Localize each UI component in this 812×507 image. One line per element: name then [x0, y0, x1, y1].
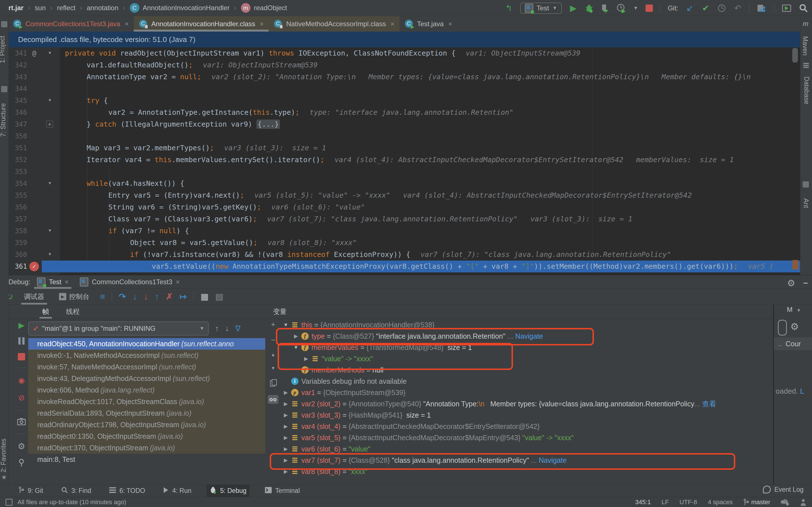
- toolwindow-button-todo[interactable]: 6: TODO: [106, 485, 148, 497]
- variable-row[interactable]: fmemberMethods = null: [281, 364, 773, 376]
- variable-row[interactable]: ▶var6 (slot_6) = "value": [281, 443, 773, 455]
- overlay-link[interactable]: L: [800, 387, 804, 395]
- mute-breakpoints-icon[interactable]: ⊘: [18, 393, 24, 403]
- method-return-values-icon[interactable]: oo: [268, 395, 278, 404]
- collapse-icon[interactable]: ▼: [291, 345, 301, 350]
- project-toolwindow-icon[interactable]: [1, 21, 7, 27]
- variable-row[interactable]: ▶pvar1 = {ObjectInputStream@539}: [281, 387, 773, 398]
- run-configuration-select[interactable]: Test ▼: [520, 3, 562, 14]
- breadcrumb-item[interactable]: CAnnotationInvocationHandler: [130, 3, 230, 13]
- variable-row[interactable]: ▶var5 (slot_5) = {AbstractInputCheckedMa…: [281, 432, 773, 443]
- code-line[interactable]: 357Class var7 = (Class)var3.get(var6);va…: [0, 213, 800, 225]
- fold-arrow-icon[interactable]: ▾: [48, 224, 52, 236]
- fold-arrow-icon[interactable]: ▾: [48, 47, 52, 59]
- resume-program-icon[interactable]: ▶: [18, 321, 24, 330]
- code-line[interactable]: 352Iterator var4 = this.memberValues.ent…: [0, 154, 800, 166]
- expand-icon[interactable]: ▶: [281, 401, 290, 407]
- variable-row[interactable]: ▶ftype = {Class@527} "interface java.lan…: [281, 331, 773, 342]
- stop-process-icon[interactable]: [18, 353, 25, 360]
- pin-icon[interactable]: [18, 459, 25, 468]
- git-branch-widget[interactable]: master: [744, 499, 770, 506]
- memory-snapshot-icon[interactable]: [17, 418, 26, 426]
- expand-icon[interactable]: ▶: [281, 423, 290, 430]
- breadcrumb-item[interactable]: reflect: [57, 4, 75, 12]
- toolwindow-button-debug[interactable]: 5: Debug: [207, 485, 249, 497]
- close-icon[interactable]: ×: [176, 278, 180, 286]
- expand-icon[interactable]: ▶: [291, 333, 301, 339]
- annotation-gutter-icon[interactable]: @: [32, 47, 36, 59]
- scrollbar-thumb[interactable]: [792, 48, 798, 63]
- close-icon[interactable]: ×: [125, 20, 129, 28]
- run-with-coverage-button[interactable]: [601, 3, 609, 13]
- stack-frame-row[interactable]: invoke:43, DelegatingMethodAccessorImpl(…: [28, 373, 265, 384]
- hide-panel-icon[interactable]: −: [803, 278, 808, 288]
- tab-console[interactable]: ▸ 控制台: [55, 289, 93, 304]
- git-commit-button[interactable]: ✔: [701, 3, 710, 13]
- tab-frames[interactable]: 帧: [40, 304, 52, 319]
- stack-frame-row[interactable]: readSerialData:1893, ObjectInputStream(j…: [28, 407, 265, 419]
- variable-row[interactable]: ▶var4 (slot_4) = {AbstractInputCheckedMa…: [281, 421, 773, 432]
- force-step-into-icon[interactable]: ↓: [144, 292, 148, 301]
- stack-frame-row[interactable]: main:8, Test: [28, 454, 265, 465]
- caret-position[interactable]: 345:1: [635, 499, 651, 506]
- toolwindow-button-run[interactable]: 4: Run: [160, 485, 194, 497]
- code-line[interactable]: 354▾while(var4.hasNext()) {: [0, 178, 800, 189]
- expand-icon[interactable]: ▶: [281, 468, 290, 474]
- restore-layout-icon[interactable]: ▤: [215, 292, 223, 301]
- variable-row[interactable]: ▶var7 (slot_7) = {Class@528} "class java…: [281, 455, 773, 466]
- remove-watch-icon[interactable]: −: [271, 336, 275, 344]
- move-up-icon[interactable]: ▲: [271, 352, 275, 357]
- expand-icon[interactable]: ▶: [281, 435, 290, 441]
- step-over-icon[interactable]: ↷: [119, 292, 126, 301]
- stack-frame-row[interactable]: readOrdinaryObject:1798, ObjectInputStre…: [28, 419, 265, 431]
- editor-tab[interactable]: CTest.java×: [399, 16, 457, 32]
- project-structure-icon[interactable]: [757, 3, 767, 13]
- star-icon[interactable]: ★: [1, 473, 7, 481]
- fold-expand-icon[interactable]: +: [46, 121, 53, 127]
- expand-icon[interactable]: ▶: [281, 389, 290, 396]
- stack-frame-row[interactable]: readObject:450, AnnotationInvocationHand…: [28, 338, 265, 350]
- code-line[interactable]: 342var1.defaultReadObject();var1: Object…: [0, 59, 800, 71]
- overlay-header[interactable]: M▼: [787, 306, 801, 314]
- sidebar-item-ant[interactable]: Ant: [802, 198, 810, 208]
- variable-row[interactable]: iVariables debug info not available: [281, 376, 773, 387]
- drop-frame-icon[interactable]: ✗: [166, 292, 173, 301]
- fold-arrow-icon[interactable]: ▾: [48, 248, 52, 260]
- stack-frame-row[interactable]: invokeReadObject:1017, ObjectStreamClass…: [28, 396, 265, 407]
- code-line[interactable]: 356String var6 = (String)var5.getKey();v…: [0, 201, 800, 213]
- code-line[interactable]: 355Entry var5 = (Entry)var4.next();var5 …: [0, 189, 800, 201]
- code-editor[interactable]: 341@▾private void readObject(ObjectInput…: [0, 47, 800, 275]
- debug-session-tab-test[interactable]: Test ×: [33, 276, 73, 289]
- file-encoding[interactable]: UTF-8: [680, 499, 697, 506]
- navigate-link[interactable]: Navigate: [515, 332, 543, 340]
- variable-row[interactable]: ▼fmemberValues = {TransformedMap@548} si…: [281, 342, 773, 353]
- navigate-back-icon[interactable]: ↰: [504, 3, 513, 13]
- event-log-button[interactable]: Event Log: [763, 486, 804, 494]
- layout-icon[interactable]: ≡: [100, 292, 105, 301]
- toolwindow-button-find[interactable]: 3: Find: [58, 485, 94, 497]
- editor-scrollbar[interactable]: [792, 48, 799, 274]
- expand-icon[interactable]: ▶: [281, 412, 290, 418]
- stack-frame-row[interactable]: invoke:57, NativeMethodAccessorImpl(sun.…: [28, 361, 265, 373]
- sidebar-item-structure[interactable]: 7: Structure: [0, 103, 7, 137]
- tab-threads[interactable]: 线程: [63, 304, 83, 319]
- gear-icon[interactable]: ⚙: [790, 321, 799, 332]
- close-icon[interactable]: ×: [448, 20, 452, 28]
- run-button[interactable]: ▶: [569, 3, 578, 13]
- code-line[interactable]: 344: [0, 83, 800, 95]
- toolwindow-toggle-icon[interactable]: [6, 499, 12, 506]
- stack-frame-row[interactable]: readObject0:1350, ObjectInputStream(java…: [28, 431, 265, 442]
- evaluate-expression-icon[interactable]: ▦: [201, 292, 209, 301]
- breakpoint-icon[interactable]: ✓: [29, 262, 39, 271]
- indent-style[interactable]: 4 spaces: [708, 499, 733, 506]
- frame-down-icon[interactable]: ↓: [225, 324, 229, 333]
- sidebar-item-database[interactable]: Database: [803, 76, 810, 104]
- fold-arrow-icon[interactable]: ▾: [48, 177, 52, 189]
- line-separator[interactable]: LF: [662, 499, 669, 506]
- breadcrumb-item[interactable]: mreadObject: [241, 3, 287, 13]
- sidebar-item-project[interactable]: 1: Project: [0, 36, 6, 63]
- debug-button[interactable]: [585, 3, 593, 13]
- editor-tab[interactable]: CAnnotationInvocationHandler.class×: [134, 16, 269, 32]
- sidebar-item-favorites[interactable]: 2: Favorites: [0, 439, 7, 472]
- search-everywhere-icon[interactable]: [799, 3, 808, 13]
